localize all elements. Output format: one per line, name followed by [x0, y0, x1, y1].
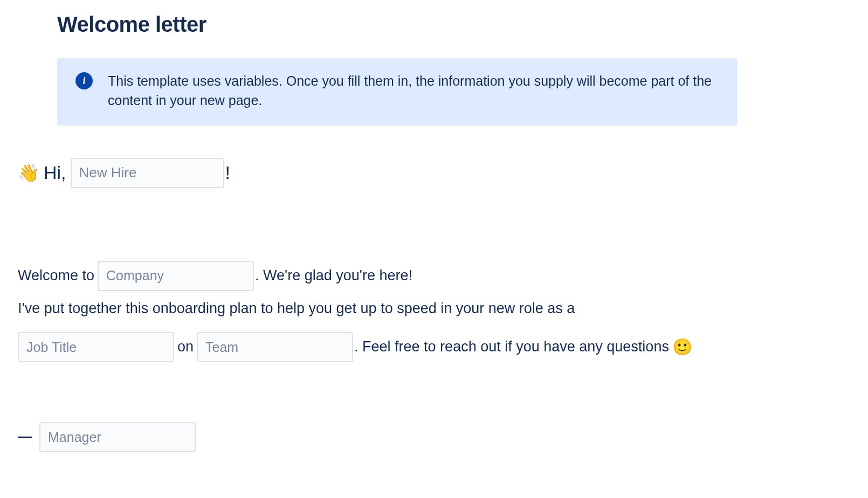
- company-input[interactable]: [98, 261, 254, 291]
- job-title-input[interactable]: [18, 332, 174, 362]
- greeting-hi-text: Hi,: [44, 162, 66, 183]
- team-input[interactable]: [197, 332, 353, 362]
- manager-input[interactable]: [39, 422, 196, 452]
- new-hire-input[interactable]: [71, 158, 224, 188]
- page-title: Welcome letter: [57, 12, 850, 37]
- body-content: Welcome to . We're glad you're here! I'v…: [18, 261, 850, 369]
- onboarding-line-2: on . Feel free to reach out if you have …: [18, 326, 850, 368]
- info-panel: i This template uses variables. Once you…: [57, 58, 737, 126]
- onboarding-line-1: I've put together this onboarding plan t…: [18, 299, 850, 319]
- signature-dash-icon: [18, 437, 32, 438]
- greeting-exclaim: !: [225, 162, 230, 183]
- wave-emoji-icon: 👋: [18, 163, 39, 183]
- onboarding-text: I've put together this onboarding plan t…: [18, 299, 575, 319]
- welcome-line: Welcome to . We're glad you're here!: [18, 261, 850, 291]
- page-container: Welcome letter i This template uses vari…: [0, 0, 868, 474]
- signature-line: [18, 422, 850, 452]
- feel-free-text: . Feel free to reach out if you have any…: [354, 337, 669, 357]
- glad-text: . We're glad you're here!: [255, 266, 412, 286]
- greeting-line: 👋 Hi, !: [18, 158, 850, 188]
- info-icon: i: [75, 72, 93, 89]
- smile-emoji-icon: 🙂: [672, 326, 692, 368]
- welcome-to-text: Welcome to: [18, 266, 94, 286]
- on-text: on: [177, 337, 194, 357]
- info-panel-text: This template uses variables. Once you f…: [108, 71, 722, 110]
